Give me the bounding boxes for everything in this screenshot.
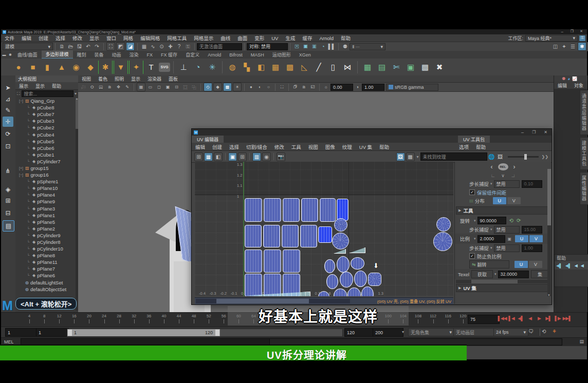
layout-single-pane[interactable]: ⊞ (3, 196, 13, 206)
main-menu-5[interactable]: 显示 (86, 34, 103, 42)
minimize-button[interactable]: – (561, 29, 563, 34)
tree-item-group15[interactable]: [+]▨group15 (15, 165, 78, 171)
uv-shell[interactable] (334, 289, 347, 296)
uv-shell[interactable] (245, 225, 262, 247)
tree-item-pCube5[interactable]: └◈pCube5 (15, 138, 78, 145)
poly-text-icon[interactable]: T (144, 61, 158, 74)
poly-pipe-icon[interactable]: ◆ (84, 61, 97, 74)
chevron-down-icon[interactable]: ▾ (417, 155, 419, 159)
emitter-icon[interactable]: ✳ (206, 61, 219, 74)
shelf-tab-10[interactable]: Bifrost (225, 52, 247, 58)
uv-shell[interactable] (368, 273, 381, 286)
svg-icon[interactable]: SVG (159, 63, 170, 72)
layout-outliner-persp[interactable]: ▤ (3, 220, 14, 232)
maximize-button[interactable]: ❐ (571, 29, 574, 33)
uv-shell[interactable] (433, 232, 452, 251)
gate-mask-icon[interactable]: ▣ (164, 83, 172, 91)
uv-shell[interactable] (263, 225, 280, 247)
render-settings-icon[interactable]: 🞖 (310, 43, 318, 50)
uv-shell[interactable] (283, 198, 300, 222)
construction-plane-icon[interactable]: ⊥ (177, 61, 190, 74)
wireframe-icon[interactable]: ◇ (204, 83, 212, 91)
chevron-down-icon[interactable]: ▾ (75, 91, 77, 96)
last-tool[interactable]: ◈ (3, 184, 13, 195)
paint-select-tool[interactable]: ✎ (3, 105, 13, 116)
ao-icon[interactable]: ◐ (256, 83, 264, 91)
channel-menu-2[interactable]: 显示 (587, 82, 587, 89)
rotate-ccw-icon[interactable]: ⟲ (509, 218, 513, 223)
uv-canvas[interactable]: 1.31.21.11 -0.4-0.3-0.2-0.100.10.20.30.4… (195, 162, 453, 296)
main-menu-11[interactable]: 曲线 (217, 34, 234, 42)
super-shape-icon[interactable]: ✦ (129, 61, 143, 74)
new-scene-icon[interactable]: 🗎 (58, 43, 66, 50)
tree-item-pPlane8[interactable]: └◈pPlane8 (15, 252, 78, 259)
nudge-left-icon[interactable]: ◀▌ (556, 263, 562, 268)
uv-dim-image-icon[interactable]: ◉ (262, 152, 271, 161)
uv-close-button[interactable]: ✕ (544, 130, 547, 135)
scale-value-field[interactable]: 2.0000 (477, 235, 505, 243)
prevent-negative-checkbox[interactable]: ✓ (469, 253, 475, 259)
uv-menu-6[interactable]: 视图 (305, 143, 322, 150)
nudge-left2-icon[interactable]: ◀▌ (565, 263, 572, 268)
layout-four-pane[interactable]: ⊟ (3, 208, 13, 218)
chevron-down-icon[interactable]: ▾ (494, 272, 497, 276)
uv-menu-1[interactable]: 创建 (209, 143, 226, 150)
step-back-key-button[interactable]: ▌◀ (507, 314, 516, 322)
channel-menu-0[interactable]: 编辑 (554, 82, 571, 89)
uv-shell[interactable] (300, 225, 317, 247)
tree-item-pPlane1[interactable]: └◈pPlane1 (15, 212, 78, 219)
move-tool[interactable]: ✛ (3, 117, 13, 127)
playback-start-field[interactable]: 1 (36, 328, 69, 337)
uv-shell[interactable] (334, 249, 346, 254)
rotate-cw-icon[interactable]: ⟳ (517, 218, 521, 223)
tree-item-pCube1[interactable]: └◈pCube1 (15, 151, 78, 158)
close-button[interactable]: ✕ (580, 29, 583, 33)
boolean-icon[interactable]: ◧ (254, 61, 268, 74)
tree-item-pPlane3[interactable]: └◈pPlane3 (15, 205, 78, 212)
uv-shell[interactable] (264, 274, 281, 296)
next-arrow-icon[interactable]: › (513, 163, 516, 170)
tree-item-pPlane9[interactable]: └◈pPlane9 (15, 198, 78, 205)
main-menu-2[interactable]: 创建 (35, 34, 52, 42)
viewport-menu-3[interactable]: 显示 (127, 75, 144, 82)
go-to-end-button[interactable]: ▶▶▌ (562, 314, 572, 322)
texel-value-field[interactable]: 32.0000 (498, 271, 529, 278)
animation-prefs-icon[interactable]: ⚘ (552, 329, 557, 334)
chevron-down-icon[interactable]: ▾ (474, 237, 476, 241)
outliner-search-input[interactable]: 搜索... (22, 90, 74, 97)
safe-action-icon[interactable]: ⿴ (181, 83, 189, 91)
tree-item-pCube6[interactable]: └◈pCube6 (15, 145, 78, 151)
tree-item-pPlane7[interactable]: └◈pPlane7 (15, 265, 78, 272)
checker-pattern-icon[interactable]: ▩ (406, 152, 415, 161)
tree-item-pCube8[interactable]: └◈pCube8 (15, 104, 78, 111)
range-bar-end-handle[interactable] (215, 330, 219, 336)
display-toggle-icon[interactable]: ◕ (567, 76, 570, 81)
reduce-icon[interactable]: ▩ (283, 61, 297, 74)
uv-menu-8[interactable]: 纹理 (339, 143, 356, 150)
save-scene-icon[interactable]: 🖫 (76, 43, 83, 50)
texel-set-button[interactable]: 集 (531, 270, 549, 278)
shelf-tab-7[interactable]: FX 缓存 (157, 51, 181, 59)
render-icon[interactable]: 🞔 (293, 43, 301, 50)
main-menu-10[interactable]: 网格显示 (190, 34, 217, 42)
uv-toolkit-menu-help[interactable]: 帮助 (472, 143, 489, 150)
main-menu-0[interactable]: 文件 (1, 34, 18, 42)
command-line-label[interactable]: MEL (4, 339, 14, 344)
workspace-dropdown[interactable]: Maya 经典*▾ (525, 35, 578, 42)
scale-v-button[interactable]: V (529, 235, 543, 242)
uv-distortion-icon[interactable]: ⊞ (194, 152, 203, 161)
tree-expand-toggle[interactable]: [−] (17, 99, 25, 103)
uv-menu-3[interactable]: 切割/缝合 (243, 143, 271, 150)
scale-tool[interactable]: ⊡ (3, 141, 13, 151)
poly-sphere-icon[interactable]: ● (12, 61, 25, 74)
texture-image-icon[interactable]: 🖼 (396, 152, 405, 161)
script-editor-icon[interactable]: ▤ (579, 339, 584, 344)
no-keyframe-icon[interactable]: 🗨 (528, 329, 534, 334)
anim-end-field[interactable]: 200 (373, 328, 403, 337)
shelf-tab-3[interactable]: 装备 (90, 51, 108, 59)
chevron-down-icon[interactable]: ▾ (474, 219, 476, 223)
uv-snapshot-icon[interactable]: 📷 (277, 152, 285, 161)
main-menu-13[interactable]: 变形 (251, 34, 268, 42)
exposure-icon[interactable]: 🗠 (309, 83, 317, 91)
uv-menu-10[interactable]: 帮助 (376, 143, 393, 150)
